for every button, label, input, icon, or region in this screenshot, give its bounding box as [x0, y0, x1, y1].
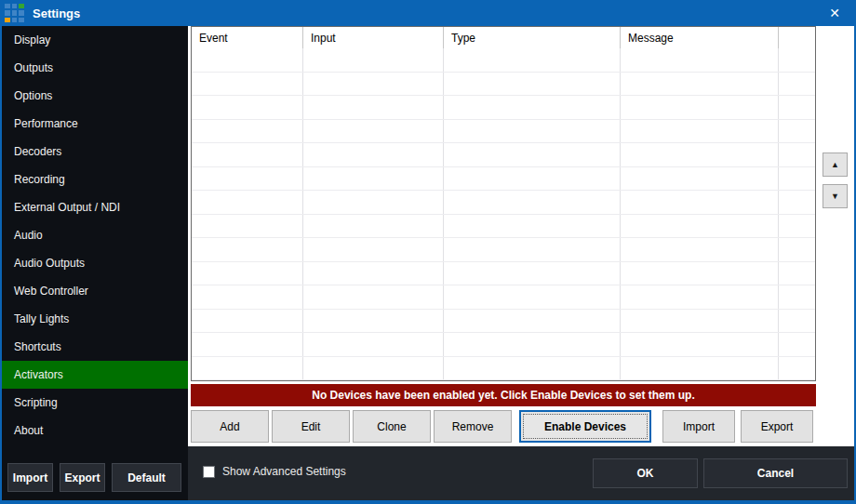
table-cell: [444, 191, 621, 214]
table-cell: [444, 238, 621, 261]
table-row: [192, 120, 815, 144]
table-cell: [779, 96, 815, 119]
title-bar: Settings ✕: [0, 0, 856, 26]
import-button[interactable]: Import: [662, 410, 735, 443]
footer-bar: Show Advanced Settings OK Cancel: [188, 446, 854, 500]
table-row: [192, 191, 815, 215]
table-cell: [779, 310, 815, 333]
sidebar-item-shortcuts[interactable]: Shortcuts: [2, 333, 188, 361]
banner-text: No Devices have been enabled yet. Click …: [312, 389, 695, 402]
table-cell: [303, 120, 444, 143]
export-button[interactable]: Export: [741, 410, 813, 443]
sidebar-item-about[interactable]: About: [2, 417, 188, 444]
column-header-message: Message: [621, 27, 779, 48]
table-row: [192, 238, 815, 262]
table-body: [192, 48, 815, 380]
sidebar-item-tally-lights[interactable]: Tally Lights: [2, 305, 188, 333]
sidebar-item-performance[interactable]: Performance: [2, 110, 188, 138]
table-cell: [779, 167, 815, 191]
sidebar-footer: ImportExportDefault: [7, 463, 188, 492]
table-cell: [192, 73, 303, 96]
sidebar-item-audio[interactable]: Audio: [2, 221, 188, 249]
table-cell: [621, 262, 779, 285]
sidebar-item-display[interactable]: Display: [2, 26, 188, 54]
table-cell: [192, 143, 303, 166]
enable-devices-button[interactable]: Enable Devices: [519, 410, 651, 443]
sidebar-import-button[interactable]: Import: [7, 463, 53, 492]
sidebar-item-audio-outputs[interactable]: Audio Outputs: [2, 249, 188, 277]
sidebar-export-button[interactable]: Export: [60, 463, 105, 492]
app-logo-icon: [5, 4, 24, 23]
sidebar-item-decoders[interactable]: Decoders: [2, 138, 188, 166]
table-cell: [192, 191, 303, 214]
table-cell: [192, 262, 303, 285]
column-header-event: Event: [192, 27, 303, 48]
table-cell: [621, 238, 779, 261]
table-cell: [779, 120, 815, 143]
edit-button[interactable]: Edit: [272, 410, 350, 443]
table-cell: [779, 73, 815, 96]
no-devices-banner: No Devices have been enabled yet. Click …: [191, 384, 816, 406]
window-border-bottom: [0, 500, 856, 504]
clone-button[interactable]: Clone: [353, 410, 431, 443]
show-advanced-settings-checkbox[interactable]: [203, 466, 215, 478]
settings-sidebar: DisplayOutputsOptionsPerformanceDecoders…: [2, 26, 188, 500]
sidebar-item-external-output-ndi[interactable]: External Output / NDI: [2, 193, 188, 221]
table-cell: [621, 310, 779, 333]
table-cell: [303, 96, 444, 119]
table-cell: [192, 333, 303, 356]
table-cell: [621, 191, 779, 214]
sidebar-item-recording[interactable]: Recording: [2, 166, 188, 193]
table-cell: [444, 167, 621, 191]
table-cell: [192, 310, 303, 333]
table-header-row: EventInputTypeMessage: [192, 27, 815, 48]
table-cell: [621, 96, 779, 119]
settings-window: Settings ✕ DisplayOutputsOptionsPerforma…: [0, 0, 856, 504]
table-cell: [303, 73, 444, 96]
table-cell: [621, 285, 779, 309]
table-cell: [192, 96, 303, 119]
table-cell: [444, 262, 621, 285]
down-arrow-icon: ▼: [831, 192, 839, 201]
table-row: [192, 48, 815, 73]
table-cell: [779, 143, 815, 166]
table-cell: [303, 285, 444, 309]
ok-button[interactable]: OK: [593, 458, 698, 488]
table-cell: [303, 357, 444, 380]
sidebar-item-outputs[interactable]: Outputs: [2, 54, 188, 82]
table-cell: [621, 143, 779, 166]
cancel-button[interactable]: Cancel: [703, 458, 848, 488]
ok-button-label: OK: [637, 467, 654, 480]
close-button[interactable]: ✕: [819, 0, 850, 26]
sidebar-item-scripting[interactable]: Scripting: [2, 389, 188, 417]
sidebar-default-button[interactable]: Default: [112, 463, 181, 492]
table-cell: [621, 73, 779, 96]
table-cell: [779, 191, 815, 214]
move-down-button[interactable]: ▼: [823, 184, 848, 208]
sidebar-item-web-controller[interactable]: Web Controller: [2, 277, 188, 305]
activators-table[interactable]: EventInputTypeMessage: [191, 26, 816, 381]
table-cell: [444, 333, 621, 356]
table-row: [192, 333, 815, 357]
table-cell: [444, 143, 621, 166]
table-cell: [303, 238, 444, 261]
table-cell: [621, 215, 779, 238]
table-cell: [779, 262, 815, 285]
table-cell: [779, 238, 815, 261]
sidebar-item-options[interactable]: Options: [2, 82, 188, 110]
table-row: [192, 357, 815, 381]
table-row: [192, 262, 815, 286]
table-cell: [444, 285, 621, 309]
table-row: [192, 96, 815, 120]
sidebar-item-activators[interactable]: Activators: [2, 361, 188, 389]
column-header-filler: [779, 27, 815, 48]
move-up-button[interactable]: ▲: [823, 153, 848, 177]
remove-button[interactable]: Remove: [434, 410, 512, 443]
close-icon: ✕: [829, 6, 840, 20]
table-cell: [444, 48, 621, 72]
add-button[interactable]: Add: [191, 410, 269, 443]
table-cell: [192, 167, 303, 191]
table-cell: [779, 285, 815, 309]
table-cell: [444, 120, 621, 143]
show-advanced-settings-label: Show Advanced Settings: [222, 465, 346, 478]
